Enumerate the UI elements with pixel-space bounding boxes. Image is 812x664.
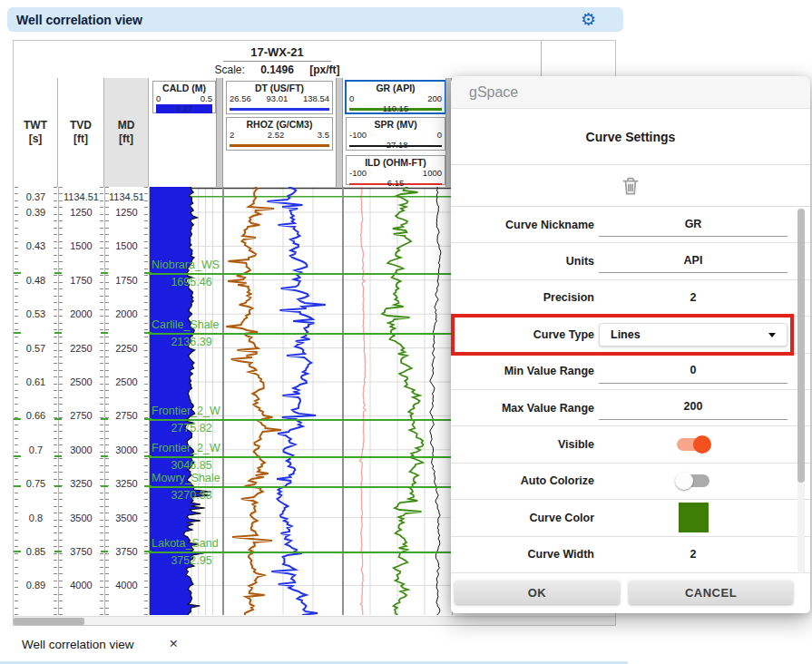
row-label-visible: Visible — [451, 426, 594, 462]
toggle-wrap — [599, 426, 788, 462]
formation-name: Lakota_Sand — [152, 537, 235, 551]
dialog-scrollbar[interactable] — [797, 209, 805, 573]
depth-value-tvd: 1250 — [58, 207, 104, 218]
depth-value-tvd: 2750 — [58, 410, 104, 421]
depth-value-twt: 0.75 — [14, 478, 58, 489]
column-header-md: MD [ft] — [104, 78, 149, 187]
formation-tick — [101, 332, 108, 334]
settings-row-curve-nickname: Curve NicknameGR — [451, 207, 810, 243]
curve-color-swatch[interactable] — [679, 503, 709, 532]
depth-value-md: 3250 — [104, 478, 149, 489]
depth-value-twt: 0.37 — [14, 191, 58, 202]
depth-value-twt: 0.89 — [14, 580, 58, 591]
formation-depth: 1695.46 — [152, 276, 231, 288]
window-title: Well correlation view — [16, 13, 142, 27]
tab-close-icon[interactable]: ✕ — [169, 630, 178, 659]
depth-value-twt: 0.53 — [14, 308, 58, 319]
row-label-curve-width: Curve Width — [451, 537, 594, 572]
formation-tick — [101, 418, 108, 420]
visible-toggle[interactable] — [677, 438, 709, 451]
depth-value-md: 1750 — [104, 275, 149, 286]
depth-value-md: 2750 — [104, 410, 149, 421]
tab-well-correlation-view[interactable]: Well correlation view — [22, 630, 134, 659]
horizontal-scrollbar[interactable] — [14, 616, 615, 625]
depth-value-md: 2000 — [104, 308, 149, 319]
min-value-range-input[interactable]: 0 — [599, 358, 788, 384]
formation-tick — [14, 272, 21, 274]
depth-value-twt: 0.61 — [14, 376, 58, 387]
curve-header-ild[interactable]: ILD (OHM-FT) -100 1000 6.15 — [346, 155, 445, 185]
row-label-curve-color: Curve Color — [451, 500, 594, 535]
curve-header-gr[interactable]: GR (API) 0 200 110.15 — [345, 80, 446, 114]
row-label-precision: Precision — [451, 280, 594, 316]
depth-value-tvd: 4000 — [58, 580, 104, 591]
settings-rows: Curve NicknameGRUnitsAPIPrecision2Curve … — [451, 207, 810, 573]
formation-depth: 2775.82 — [152, 422, 231, 435]
formation-name: Frontier_2_W — [152, 405, 235, 418]
formation-line — [149, 419, 452, 421]
formation-tick — [101, 455, 108, 457]
formation-tick — [144, 332, 152, 334]
depth-value-tvd: 2000 — [58, 308, 104, 319]
ok-button[interactable]: OK — [455, 581, 620, 604]
auto-colorize-toggle[interactable] — [677, 474, 709, 487]
settings-row-min-value-range: Min Value Range0 — [451, 354, 810, 390]
formation-line — [149, 333, 452, 335]
settings-row-visible: Visible — [451, 426, 810, 463]
dialog-scrollbar-thumb[interactable] — [797, 209, 805, 483]
curve-header-dt[interactable]: DT (US/FT) 26.56 93.01 138.54 — [226, 81, 333, 114]
curve-type-dropdown[interactable]: Lines — [599, 323, 788, 347]
settings-row-units: UnitsAPI — [451, 243, 810, 279]
formation-name: Niobrara_WS — [152, 259, 235, 272]
depth-value-md: 1250 — [104, 207, 149, 218]
trash-icon[interactable] — [619, 174, 642, 198]
depth-value-md: 3750 — [104, 546, 149, 557]
max-value-range-input[interactable]: 200 — [599, 395, 788, 420]
track-splitter[interactable] — [336, 78, 343, 187]
formation-depth: 3270.38 — [152, 489, 231, 502]
formation-tick — [14, 485, 21, 487]
precision-input[interactable]: 2 — [599, 285, 788, 310]
formation-tick — [54, 455, 62, 457]
formation-depth: 3046.85 — [152, 459, 231, 472]
depth-value-md: 3500 — [104, 513, 149, 523]
row-label-units: Units — [451, 243, 594, 278]
formation-tick — [101, 551, 108, 552]
formation-tick — [144, 485, 152, 487]
row-label-min-value-range: Min Value Range — [451, 354, 594, 389]
formation-tick — [54, 272, 62, 274]
depth-value-twt: 0.39 — [14, 207, 58, 218]
depth-value-tvd: 1750 — [58, 275, 104, 286]
cancel-button[interactable]: CANCEL — [629, 581, 793, 604]
settings-row-curve-type: Curve TypeLines — [451, 317, 810, 353]
depth-value-tvd: 3250 — [58, 478, 104, 489]
settings-row-max-value-range: Max Value Range200 — [451, 390, 810, 426]
formation-name: Frontier_2_W — [152, 442, 235, 455]
formation-depth: 2136.39 — [152, 336, 231, 348]
units-input[interactable]: API — [599, 248, 788, 273]
depth-value-tvd: 2500 — [58, 376, 104, 387]
settings-gear-icon[interactable]: ⚙ — [581, 11, 596, 28]
curve-header-rhoz[interactable]: RHOZ (G/CM3) 2 2.52 3.5 — [226, 117, 333, 151]
formation-tick — [54, 332, 62, 334]
horizontal-scrollbar-thumb[interactable] — [14, 618, 84, 625]
well-header-main: 17-WX-21 Scale: 0.1496 [px/ft] — [14, 41, 541, 78]
depth-value-tvd: 3500 — [58, 513, 104, 523]
scale-value: 0.1496 — [260, 63, 294, 76]
formation-tick — [14, 551, 21, 552]
toggle-wrap — [599, 464, 788, 499]
dialog-titlebar[interactable]: gSpace — [451, 76, 810, 109]
curve-header-cald[interactable]: CALD (M) 0 0.5 0.27 — [152, 81, 216, 113]
chevron-down-icon — [768, 333, 776, 337]
column-header-tvd: TVD [ft] — [58, 78, 104, 187]
curve-header-spr[interactable]: SPR (MV) -100 0 -27.18 — [346, 117, 445, 151]
depth-value-twt: 0.48 — [14, 275, 58, 286]
scale-unit: [px/ft] — [309, 63, 339, 76]
curve-width-input[interactable]: 2 — [599, 542, 788, 567]
well-header-spacer — [541, 41, 615, 78]
formation-tick — [14, 332, 21, 334]
track-splitter[interactable] — [216, 78, 223, 187]
cald-fill-bar: 0.27 — [156, 104, 212, 113]
row-label-curve-type: Curve Type — [451, 317, 594, 352]
curve-nickname-input[interactable]: GR — [599, 211, 788, 237]
